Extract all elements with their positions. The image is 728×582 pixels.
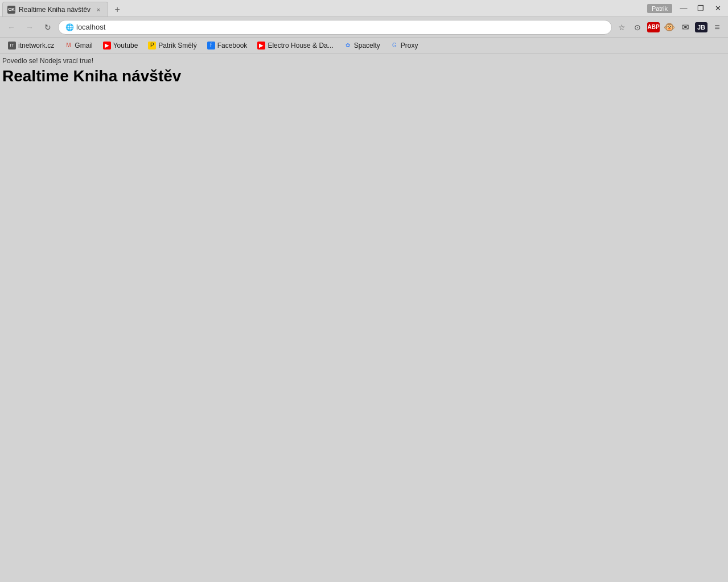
gmail-favicon-icon: M: [64, 42, 72, 49]
bookmark-spacelty[interactable]: ✿Spacelty: [339, 40, 385, 51]
electro-favicon-icon: ▶: [257, 42, 265, 49]
envelope-button[interactable]: ✉: [678, 20, 693, 35]
active-tab[interactable]: CK Realtime Kniha návštěv ×: [2, 2, 108, 16]
lock-icon: 🌐: [65, 23, 74, 31]
patrik-favicon-icon: P: [148, 42, 156, 49]
bookmark-youtube[interactable]: ▶Youtube: [98, 40, 143, 51]
youtube-favicon-icon: ▶: [103, 42, 111, 49]
title-bar: CK Realtime Kniha návštěv × + Patrik — ❐…: [0, 0, 728, 17]
jb-icon: JB: [695, 22, 708, 32]
star-button[interactable]: ☆: [614, 20, 629, 35]
abp-icon: ABP: [647, 22, 660, 32]
facebook-favicon-icon: f: [207, 42, 215, 49]
patrik-label: Patrik Smělý: [158, 42, 196, 49]
bookmark-proxy[interactable]: GProxy: [386, 40, 423, 51]
back-button[interactable]: ←: [3, 19, 19, 35]
bookmark-itnetwork[interactable]: ITitnetwork.cz: [3, 40, 59, 51]
close-button[interactable]: ✕: [710, 2, 726, 15]
electro-label: Electro House & Da...: [268, 42, 333, 49]
tab-title: Realtime Kniha návštěv: [19, 6, 91, 14]
page-status: Povedlo se! Nodejs vrací true!: [2, 57, 726, 65]
minimize-button[interactable]: —: [676, 2, 692, 15]
jb-button[interactable]: JB: [694, 20, 709, 35]
new-tab-button[interactable]: +: [110, 3, 124, 16]
bookmark-gmail[interactable]: MGmail: [60, 40, 97, 51]
monkey-button[interactable]: 🐵: [662, 20, 677, 35]
address-input[interactable]: 🌐 localhost: [58, 20, 612, 35]
bookmarks-bar: ITitnetwork.czMGmail▶YoutubePPatrik Směl…: [0, 38, 728, 53]
page-heading: Realtime Kniha návštěv: [2, 67, 726, 85]
youtube-label: Youtube: [113, 42, 138, 49]
tab-area: CK Realtime Kniha návštěv × +: [0, 0, 647, 16]
user-badge: Patrik: [647, 4, 672, 13]
itnetwork-label: itnetwork.cz: [18, 42, 54, 49]
spacelty-label: Spacelty: [354, 42, 380, 49]
gmail-label: Gmail: [75, 42, 92, 49]
reload-button[interactable]: ↻: [40, 19, 56, 35]
toolbar-icons: ☆ ⊙ ABP 🐵 ✉ JB ≡: [614, 20, 725, 35]
address-bar: ← → ↻ 🌐 localhost ☆ ⊙ ABP 🐵 ✉ JB ≡: [0, 17, 728, 38]
bookmark-electro[interactable]: ▶Electro House & Da...: [253, 40, 338, 51]
facebook-label: Facebook: [217, 42, 248, 49]
proxy-label: Proxy: [401, 42, 418, 49]
itnetwork-favicon-icon: IT: [8, 42, 16, 49]
tab-close-button[interactable]: ×: [94, 5, 103, 14]
spacelty-favicon-icon: ✿: [344, 42, 352, 49]
bookmark-facebook[interactable]: fFacebook: [203, 40, 252, 51]
proxy-favicon-icon: G: [390, 42, 398, 49]
abp-button[interactable]: ABP: [646, 20, 661, 35]
menu-button[interactable]: ≡: [710, 20, 725, 35]
url-text: localhost: [76, 23, 604, 31]
history-button[interactable]: ⊙: [630, 20, 645, 35]
page-content: Povedlo se! Nodejs vrací true! Realtime …: [0, 53, 728, 582]
window-controls: Patrik — ❐ ✕: [647, 2, 728, 15]
tab-favicon: CK: [7, 6, 15, 14]
forward-button[interactable]: →: [22, 19, 38, 35]
maximize-button[interactable]: ❐: [693, 2, 709, 15]
bookmark-patrik[interactable]: PPatrik Smělý: [143, 40, 201, 51]
